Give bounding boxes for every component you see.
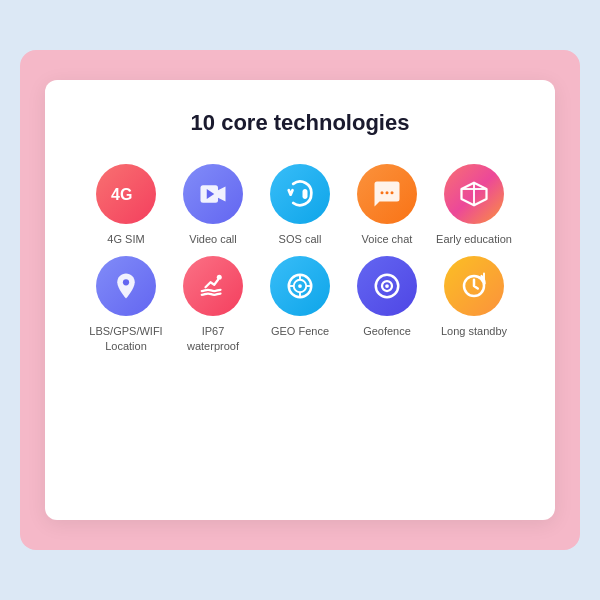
geo-fence-icon-circle: [270, 256, 330, 316]
feature-geofence: Geofence: [346, 256, 428, 353]
sos-call-icon-circle: [270, 164, 330, 224]
voice-chat-label: Voice chat: [362, 232, 413, 246]
voice-chat-icon-circle: [357, 164, 417, 224]
geo-fence-label: GEO Fence: [271, 324, 329, 338]
feature-geo-fence: GEO Fence: [259, 256, 341, 353]
video-call-label: Video call: [189, 232, 237, 246]
feature-long-standby: Long standby: [433, 256, 515, 353]
geofence-icon-circle: [357, 256, 417, 316]
outer-background: 10 core technologies 4G 4G SIM: [20, 50, 580, 550]
svg-point-4: [381, 191, 384, 194]
svg-point-6: [391, 191, 394, 194]
svg-marker-2: [218, 187, 226, 202]
ip67-label: IP67 waterproof: [187, 324, 239, 353]
long-standby-label: Long standby: [441, 324, 507, 338]
video-call-icon-circle: [183, 164, 243, 224]
feature-early-education: Early education: [433, 164, 515, 246]
early-education-icon-circle: [444, 164, 504, 224]
feature-sos-call: SOS call: [259, 164, 341, 246]
sos-call-label: SOS call: [279, 232, 322, 246]
ip67-icon-circle: [183, 256, 243, 316]
svg-point-21: [385, 284, 389, 288]
main-card: 10 core technologies 4G 4G SIM: [45, 80, 555, 520]
feature-4g-sim: 4G 4G SIM: [85, 164, 167, 246]
long-standby-icon-circle: [444, 256, 504, 316]
lbs-gps-icon-circle: [96, 256, 156, 316]
4g-sim-label: 4G SIM: [107, 232, 144, 246]
svg-point-10: [123, 279, 129, 285]
page-title: 10 core technologies: [191, 110, 410, 136]
early-education-label: Early education: [436, 232, 512, 246]
feature-voice-chat: Voice chat: [346, 164, 428, 246]
geofence-label: Geofence: [363, 324, 411, 338]
4g-sim-icon-circle: 4G: [96, 164, 156, 224]
feature-video-call: Video call: [172, 164, 254, 246]
svg-point-5: [386, 191, 389, 194]
svg-text:4G: 4G: [111, 186, 132, 203]
features-grid: 4G 4G SIM Video call: [85, 164, 515, 353]
lbs-gps-label: LBS/GPS/WIFI Location: [89, 324, 162, 353]
feature-lbs-gps: LBS/GPS/WIFI Location: [85, 256, 167, 353]
svg-point-14: [298, 284, 302, 288]
feature-ip67: IP67 waterproof: [172, 256, 254, 353]
